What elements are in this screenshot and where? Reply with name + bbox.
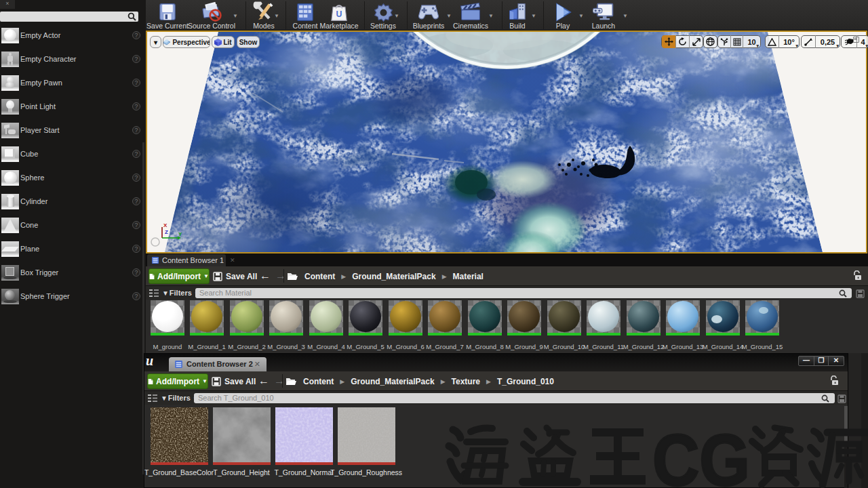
svg-text:U: U <box>336 9 342 19</box>
svg-text:Z: Z <box>165 229 168 235</box>
svg-text:u: u <box>146 354 153 368</box>
svg-text:X: X <box>163 222 167 228</box>
svg-text:Y: Y <box>178 231 182 237</box>
svg-text:CG: CG <box>652 420 750 488</box>
